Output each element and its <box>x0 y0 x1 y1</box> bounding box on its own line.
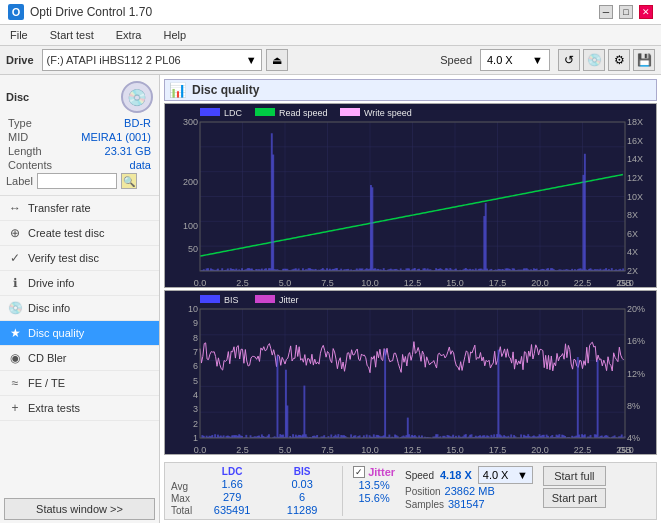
menubar: File Start test Extra Help <box>0 25 661 46</box>
chart-title: Disc quality <box>192 83 259 97</box>
bottom-chart <box>164 290 657 455</box>
sidebar-item-drive-info[interactable]: ℹ Drive info <box>0 271 159 296</box>
drive-dropdown[interactable]: (F:) ATAPI iHBS112 2 PL06 ▼ <box>42 49 262 71</box>
titlebar: O Opti Drive Control 1.70 ─ □ ✕ <box>0 0 661 25</box>
nav-label-drive-info: Drive info <box>28 277 74 289</box>
samples-value: 381547 <box>448 498 485 510</box>
save-button[interactable]: 💾 <box>633 49 655 71</box>
disc-label-row: Label 🔍 <box>6 173 153 189</box>
ldc-total: 635491 <box>202 504 262 516</box>
row-labels-col: Avg Max Total <box>171 466 192 516</box>
disc-info-header: Disc 💿 <box>6 81 153 113</box>
position-value: 23862 MB <box>445 485 495 497</box>
ldc-avg: 1.66 <box>202 478 262 490</box>
max-row-label: Max <box>171 493 192 504</box>
length-label: Length <box>8 145 42 157</box>
speed-select-arrow: ▼ <box>517 469 528 481</box>
sidebar-item-fe-te[interactable]: ≈ FE / TE <box>0 371 159 396</box>
maximize-button[interactable]: □ <box>619 5 633 19</box>
disc-button[interactable]: 💿 <box>583 49 605 71</box>
charts-container <box>164 103 657 462</box>
settings-button[interactable]: ⚙ <box>608 49 630 71</box>
nav-label-create-test-disc: Create test disc <box>28 227 104 239</box>
type-value: BD-R <box>124 117 151 129</box>
jitter-check[interactable]: ✓ Jitter <box>353 466 395 478</box>
nav-label-fe-te: FE / TE <box>28 377 65 389</box>
refresh-button[interactable]: ↺ <box>558 49 580 71</box>
drive-select-area: (F:) ATAPI iHBS112 2 PL06 ▼ ⏏ <box>42 49 433 71</box>
extra-tests-icon: + <box>8 401 22 415</box>
sidebar-item-create-test-disc[interactable]: ⊕ Create test disc <box>0 221 159 246</box>
toolbar: Drive (F:) ATAPI iHBS112 2 PL06 ▼ ⏏ Spee… <box>0 46 661 75</box>
nav-label-extra-tests: Extra tests <box>28 402 80 414</box>
drive-label: Drive <box>6 54 34 66</box>
cd-bler-icon: ◉ <box>8 351 22 365</box>
disc-type-row: Type BD-R <box>6 117 153 129</box>
app-title: Opti Drive Control 1.70 <box>30 5 152 19</box>
samples-row: Samples 381547 <box>405 498 533 510</box>
eject-button[interactable]: ⏏ <box>266 49 288 71</box>
label-label: Label <box>6 175 33 187</box>
bis-col: BIS 0.03 6 11289 <box>272 466 332 516</box>
sidebar-item-disc-quality[interactable]: ★ Disc quality <box>0 321 159 346</box>
action-buttons: Start full Start part <box>543 466 606 508</box>
verify-test-disc-icon: ✓ <box>8 251 22 265</box>
speed-value: 4.0 X <box>487 54 513 66</box>
sidebar-item-extra-tests[interactable]: + Extra tests <box>0 396 159 421</box>
jitter-max: 15.6% <box>353 492 395 504</box>
speed-select[interactable]: 4.0 X ▼ <box>478 466 533 484</box>
nav-label-cd-bler: CD Bler <box>28 352 67 364</box>
jitter-checkbox[interactable]: ✓ <box>353 466 365 478</box>
transfer-rate-icon: ↔ <box>8 201 22 215</box>
disc-avatar: 💿 <box>121 81 153 113</box>
chevron-down-icon-speed: ▼ <box>532 54 543 66</box>
left-panel: Disc 💿 Type BD-R MID MEIRA1 (001) Length… <box>0 75 160 523</box>
sidebar-item-verify-test-disc[interactable]: ✓ Verify test disc <box>0 246 159 271</box>
toolbar-icons: ↺ 💿 ⚙ 💾 <box>558 49 655 71</box>
sidebar-item-transfer-rate[interactable]: ↔ Transfer rate <box>0 196 159 221</box>
titlebar-controls[interactable]: ─ □ ✕ <box>599 5 653 19</box>
jitter-label: Jitter <box>368 466 395 478</box>
minimize-button[interactable]: ─ <box>599 5 613 19</box>
disc-section-label: Disc <box>6 91 29 103</box>
stats-bar: Avg Max Total LDC 1.66 279 635491 BIS 0.… <box>164 462 657 520</box>
menu-extra[interactable]: Extra <box>110 27 148 43</box>
mid-label: MID <box>8 131 28 143</box>
samples-label: Samples <box>405 499 444 510</box>
speed-section: Speed 4.18 X 4.0 X ▼ Position 23862 MB S… <box>405 466 533 510</box>
total-row-label: Total <box>171 505 192 516</box>
contents-label: Contents <box>8 159 52 171</box>
right-panel: 📊 Disc quality Avg Max Total <box>160 75 661 523</box>
position-label: Position <box>405 486 441 497</box>
bis-header: BIS <box>272 466 332 477</box>
ldc-max: 279 <box>202 491 262 503</box>
top-chart <box>164 103 657 288</box>
status-window-button[interactable]: Status window >> <box>4 498 155 520</box>
nav-label-transfer-rate: Transfer rate <box>28 202 91 214</box>
label-edit-button[interactable]: 🔍 <box>121 173 137 189</box>
nav-label-disc-quality: Disc quality <box>28 327 84 339</box>
speed-row: Speed 4.18 X 4.0 X ▼ <box>405 466 533 484</box>
label-input[interactable] <box>37 173 117 189</box>
sidebar-item-disc-info[interactable]: 💿 Disc info <box>0 296 159 321</box>
nav-menu: ↔ Transfer rate ⊕ Create test disc ✓ Ver… <box>0 196 159 494</box>
create-test-disc-icon: ⊕ <box>8 226 22 240</box>
mid-value: MEIRA1 (001) <box>81 131 151 143</box>
speed-select-value: 4.0 X <box>483 469 509 481</box>
nav-label-verify-test-disc: Verify test disc <box>28 252 99 264</box>
close-button[interactable]: ✕ <box>639 5 653 19</box>
menu-help[interactable]: Help <box>157 27 192 43</box>
bis-max: 6 <box>272 491 332 503</box>
drive-value: (F:) ATAPI iHBS112 2 PL06 <box>47 54 181 66</box>
menu-start-test[interactable]: Start test <box>44 27 100 43</box>
stats-divider <box>342 466 343 516</box>
drive-info-icon: ℹ <box>8 276 22 290</box>
sidebar-item-cd-bler[interactable]: ◉ CD Bler <box>0 346 159 371</box>
start-full-button[interactable]: Start full <box>543 466 606 486</box>
start-part-button[interactable]: Start part <box>543 488 606 508</box>
disc-quality-icon: ★ <box>8 326 22 340</box>
bis-avg: 0.03 <box>272 478 332 490</box>
menu-file[interactable]: File <box>4 27 34 43</box>
speed-dropdown[interactable]: 4.0 X ▼ <box>480 49 550 71</box>
ldc-header: LDC <box>202 466 262 477</box>
